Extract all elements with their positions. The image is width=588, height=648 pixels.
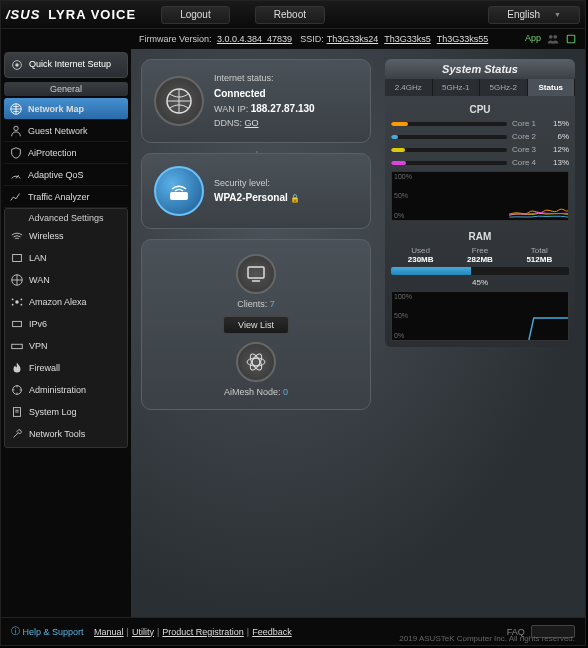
sidebar-item-wireless[interactable]: Wireless — [5, 225, 127, 247]
svg-point-4 — [15, 63, 19, 67]
internet-status-card[interactable]: Internet status: Connected WAN IP: 188.2… — [141, 59, 371, 143]
sidebar-item-adaptive-qos[interactable]: Adaptive QoS — [4, 164, 128, 186]
sidebar-item-guest-network[interactable]: Guest Network — [4, 120, 128, 142]
language-select[interactable]: English — [488, 6, 580, 24]
app-link[interactable]: App — [525, 33, 541, 45]
svg-rect-15 — [13, 321, 22, 326]
cpu-graph: 100%50%0% — [391, 171, 569, 221]
svg-point-11 — [12, 298, 14, 300]
svg-point-6 — [14, 126, 18, 130]
svg-rect-16 — [12, 344, 23, 348]
svg-rect-23 — [248, 267, 264, 278]
svg-point-13 — [12, 303, 14, 305]
security-card[interactable]: Security level: WPA2-Personal 🔒 — [141, 153, 371, 229]
quick-setup-button[interactable]: Quick Internet Setup — [4, 52, 128, 78]
sidebar-item-wan[interactable]: WAN — [5, 269, 127, 291]
help-icon: ⓘ — [11, 625, 20, 638]
footer-link-manual[interactable]: Manual — [94, 627, 124, 637]
view-list-button[interactable]: View List — [223, 316, 289, 334]
sidebar-item-administration[interactable]: Administration — [5, 379, 127, 401]
gear-icon — [10, 58, 24, 72]
advanced-header: Advanced Settings — [5, 211, 127, 225]
ssid-link[interactable]: Th3G33ks24 — [327, 34, 379, 44]
cpu-core-row: Core 26% — [391, 132, 569, 141]
reboot-button[interactable]: Reboot — [255, 6, 325, 24]
ddns-link[interactable]: GO — [245, 118, 259, 128]
shield-icon — [9, 146, 23, 160]
help-support-link[interactable]: Help & Support — [23, 627, 84, 637]
users-icon[interactable] — [547, 33, 559, 45]
general-header: General — [4, 82, 128, 96]
log-icon — [10, 405, 24, 419]
cpu-title: CPU — [391, 102, 569, 119]
firmware-link[interactable]: 3.0.0.4.384_47839 — [217, 34, 292, 44]
router-icon — [154, 166, 204, 216]
sidebar-item-network-tools[interactable]: Network Tools — [5, 423, 127, 445]
chart-icon — [9, 190, 23, 204]
ram-bar — [391, 267, 569, 275]
copyright: 2019 ASUSTeK Computer Inc. All rights re… — [399, 634, 575, 643]
clients-card: Clients: 7 View List AiMesh Node: 0 — [141, 239, 371, 410]
brand-logo: /SUS — [6, 7, 40, 22]
svg-point-10 — [15, 300, 19, 304]
globe-icon — [154, 76, 204, 126]
wifi-icon — [10, 229, 24, 243]
sidebar-item-firewall[interactable]: Firewall — [5, 357, 127, 379]
globe-icon — [9, 102, 23, 116]
svg-rect-2 — [567, 35, 575, 43]
footer-link-registration[interactable]: Product Registration — [162, 627, 244, 637]
ipv6-icon — [10, 317, 24, 331]
monitor-icon[interactable] — [236, 254, 276, 294]
svg-point-0 — [549, 35, 553, 39]
sidebar-item-traffic-analyzer[interactable]: Traffic Analyzer — [4, 186, 128, 208]
sidebar-item-alexa[interactable]: Amazon Alexa — [5, 291, 127, 313]
ram-title: RAM — [391, 229, 569, 246]
fire-icon — [10, 361, 24, 375]
svg-rect-8 — [13, 254, 22, 261]
usb-icon[interactable] — [565, 33, 577, 45]
svg-point-14 — [21, 303, 23, 305]
lock-icon: 🔒 — [290, 194, 300, 203]
svg-point-26 — [247, 358, 265, 366]
sidebar: Quick Internet Setup General Network Map… — [1, 49, 131, 619]
sidebar-item-ipv6[interactable]: IPv6 — [5, 313, 127, 335]
sidebar-item-aiprotection[interactable]: AiProtection — [4, 142, 128, 164]
tab-status[interactable]: Status — [528, 79, 576, 96]
system-status-title: System Status — [385, 59, 575, 79]
admin-icon — [10, 383, 24, 397]
footer-link-feedback[interactable]: Feedback — [252, 627, 292, 637]
gauge-icon — [9, 168, 23, 182]
cpu-core-row: Core 312% — [391, 145, 569, 154]
alexa-icon — [10, 295, 24, 309]
globe-icon — [10, 273, 24, 287]
sidebar-item-vpn[interactable]: VPN — [5, 335, 127, 357]
svg-rect-22 — [170, 192, 188, 200]
ram-graph: 100%50%0% — [391, 291, 569, 341]
tab-5ghz1[interactable]: 5GHz-1 — [433, 79, 481, 96]
svg-point-1 — [553, 35, 557, 39]
tab-5ghz2[interactable]: 5GHz-2 — [480, 79, 528, 96]
info-bar: Firmware Version: 3.0.0.4.384_47839 SSID… — [1, 29, 585, 49]
cpu-core-row: Core 413% — [391, 158, 569, 167]
tools-icon — [10, 427, 24, 441]
sidebar-item-lan[interactable]: LAN — [5, 247, 127, 269]
svg-point-12 — [21, 298, 23, 300]
product-name: LYRA VOICE — [48, 7, 136, 22]
cpu-core-row: Core 115% — [391, 119, 569, 128]
sidebar-item-network-map[interactable]: Network Map — [4, 98, 128, 120]
tab-24ghz[interactable]: 2.4GHz — [385, 79, 433, 96]
ssid-link[interactable]: Th3G33ks55 — [437, 34, 489, 44]
vpn-icon — [10, 339, 24, 353]
sidebar-item-system-log[interactable]: System Log — [5, 401, 127, 423]
footer-link-utility[interactable]: Utility — [132, 627, 154, 637]
logout-button[interactable]: Logout — [161, 6, 230, 24]
lan-icon — [10, 251, 24, 265]
aimesh-icon[interactable] — [236, 342, 276, 382]
ssid-link[interactable]: Th3G33ks5 — [384, 34, 431, 44]
guest-icon — [9, 124, 23, 138]
